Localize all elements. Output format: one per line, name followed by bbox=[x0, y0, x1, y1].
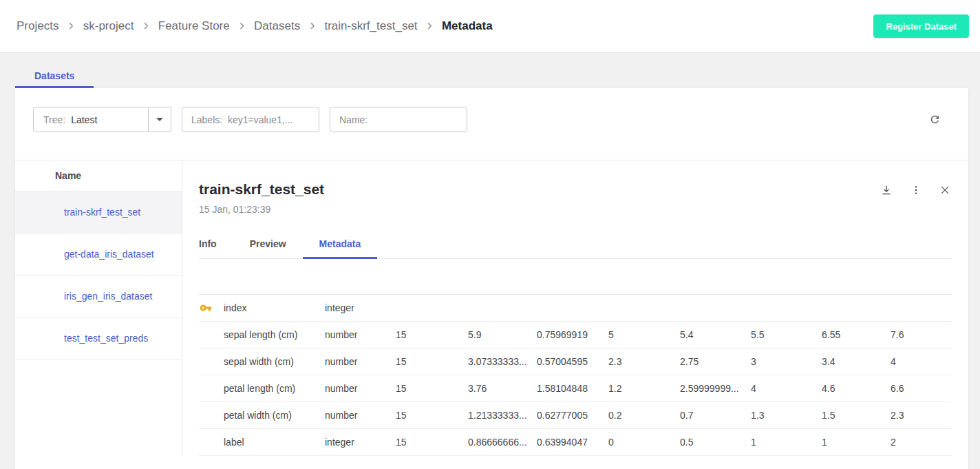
cell-p25: 0.7 bbox=[680, 410, 751, 421]
metadata-table: index integer bbox=[199, 259, 952, 456]
dataset-detail-panel: train-skrf_test_set 15 Jan, 01:23:39 bbox=[182, 160, 968, 456]
dataset-timestamp: 15 Jan, 01:23:39 bbox=[199, 204, 952, 215]
tab-datasets[interactable]: Datasets bbox=[15, 65, 94, 88]
cell-count: 15 bbox=[396, 356, 468, 367]
cell-p50: 5.5 bbox=[751, 329, 822, 340]
register-dataset-button[interactable]: Register Dataset bbox=[873, 14, 969, 38]
tab-preview[interactable]: Preview bbox=[233, 229, 303, 258]
breadcrumb-item-feature-store[interactable]: Feature Store bbox=[158, 19, 230, 33]
cell-p50: 3 bbox=[751, 356, 822, 367]
cell-std: 0.62777005 bbox=[537, 410, 608, 421]
key-icon-cell bbox=[199, 355, 224, 368]
more-options-icon[interactable] bbox=[909, 183, 923, 197]
cell-type: number bbox=[325, 356, 396, 367]
breadcrumb-item-metadata: Metadata bbox=[442, 19, 493, 33]
cell-std: 0.75969919 bbox=[537, 329, 608, 340]
detail-actions bbox=[879, 181, 952, 198]
key-icon-cell bbox=[199, 382, 224, 395]
cell-type: integer bbox=[325, 302, 396, 313]
cell-p75: 4.6 bbox=[822, 383, 891, 394]
key-icon-cell bbox=[199, 436, 224, 448]
cell-type: integer bbox=[325, 437, 396, 448]
tab-metadata[interactable]: Metadata bbox=[303, 229, 378, 258]
cell-name: petal width (cm) bbox=[224, 410, 325, 421]
cell-max: 6.6 bbox=[891, 383, 952, 394]
breadcrumb: Projects › sk-project › Feature Store › … bbox=[17, 19, 493, 33]
cell-count: 15 bbox=[396, 329, 468, 340]
refresh-icon[interactable] bbox=[925, 110, 945, 129]
datasets-body: Name train-skrf_test_set get-data_iris_d… bbox=[15, 160, 968, 456]
metadata-table-row: sepal width (cm) number 15 3.07333333...… bbox=[199, 348, 952, 375]
cell-max: 2 bbox=[891, 437, 952, 448]
cell-min: 5 bbox=[608, 329, 680, 340]
dataset-list-item[interactable]: iris_gen_iris_dataset bbox=[15, 275, 182, 317]
metadata-table-header bbox=[199, 259, 952, 295]
metadata-table-row: sepal length (cm) number 15 5.9 0.759699… bbox=[199, 322, 952, 348]
cell-type: number bbox=[325, 329, 396, 340]
cell-mean: 1.21333333... bbox=[468, 410, 537, 421]
cell-p25: 0.5 bbox=[680, 437, 751, 448]
cell-p25: 5.4 bbox=[680, 329, 751, 340]
labels-filter-input[interactable] bbox=[182, 107, 319, 132]
key-icon-cell bbox=[199, 329, 224, 341]
top-bar: Projects › sk-project › Feature Store › … bbox=[0, 0, 980, 53]
name-filter-input[interactable] bbox=[330, 107, 467, 132]
chevron-right-icon: › bbox=[143, 18, 148, 33]
cell-p75: 3.4 bbox=[822, 356, 891, 367]
cell-max: 4 bbox=[891, 356, 952, 367]
tree-select[interactable]: Tree: Latest bbox=[33, 107, 149, 132]
cell-max: 2.3 bbox=[891, 410, 952, 421]
key-icon bbox=[200, 302, 212, 314]
chevron-right-icon: › bbox=[310, 18, 315, 33]
tree-select-label: Tree: bbox=[43, 114, 65, 125]
cell-type: number bbox=[325, 410, 396, 421]
dataset-list-item[interactable]: test_test_set_preds bbox=[15, 317, 182, 359]
main-tab-bar: Datasets bbox=[15, 65, 968, 88]
metadata-table-row: petal width (cm) number 15 1.21333333...… bbox=[199, 402, 952, 429]
cell-p25: 2.59999999... bbox=[680, 383, 751, 394]
cell-p75: 1.5 bbox=[822, 410, 891, 421]
cell-min: 0 bbox=[608, 437, 680, 448]
dataset-link[interactable]: get-data_iris_dataset bbox=[64, 249, 160, 260]
dataset-title: train-skrf_test_set bbox=[199, 181, 324, 198]
cell-p25: 2.75 bbox=[680, 356, 751, 367]
cell-p50: 4 bbox=[751, 383, 822, 394]
cell-std: 1.58104848 bbox=[537, 383, 608, 394]
detail-header: train-skrf_test_set bbox=[199, 181, 952, 198]
chevron-right-icon: › bbox=[239, 18, 244, 33]
tab-info[interactable]: Info bbox=[199, 229, 233, 258]
key-icon-cell bbox=[199, 409, 224, 421]
breadcrumb-item-train-skrf-test-set[interactable]: train-skrf_test_set bbox=[324, 19, 417, 33]
datasets-card: Tree: Latest Name train-skrf_test_set bbox=[15, 88, 968, 469]
chevron-right-icon: › bbox=[68, 18, 73, 33]
cell-name: sepal length (cm) bbox=[224, 329, 325, 340]
cell-name: label bbox=[224, 437, 325, 448]
breadcrumb-item-sk-project[interactable]: sk-project bbox=[83, 19, 134, 33]
breadcrumb-item-projects[interactable]: Projects bbox=[17, 19, 58, 33]
dataset-link[interactable]: iris_gen_iris_dataset bbox=[64, 291, 158, 302]
breadcrumb-item-datasets[interactable]: Datasets bbox=[254, 19, 300, 33]
cell-count: 15 bbox=[396, 383, 468, 394]
cell-std: 0.57004595 bbox=[537, 356, 608, 367]
cell-min: 1.2 bbox=[608, 383, 680, 394]
cell-min: 0.2 bbox=[608, 410, 680, 421]
cell-mean: 3.76 bbox=[468, 383, 537, 394]
dataset-list-item[interactable]: get-data_iris_dataset bbox=[15, 233, 182, 275]
chevron-right-icon: › bbox=[427, 18, 432, 33]
cell-name: sepal width (cm) bbox=[224, 356, 325, 367]
cell-count: 15 bbox=[396, 410, 468, 421]
dataset-list-item[interactable]: train-skrf_test_set bbox=[15, 191, 182, 233]
tree-select-arrow-button[interactable] bbox=[149, 107, 171, 132]
close-icon[interactable] bbox=[938, 183, 952, 197]
chevron-down-icon bbox=[156, 118, 163, 121]
cell-p75: 1 bbox=[822, 437, 891, 448]
download-icon[interactable] bbox=[879, 183, 894, 198]
cell-p50: 1 bbox=[751, 437, 822, 448]
cell-std: 0.63994047 bbox=[537, 437, 608, 448]
cell-mean: 0.86666666... bbox=[468, 437, 537, 448]
page-content: Datasets Tree: Latest Name tr bbox=[0, 65, 980, 469]
dataset-link[interactable]: train-skrf_test_set bbox=[64, 207, 146, 218]
dataset-link[interactable]: test_test_set_preds bbox=[64, 333, 153, 344]
metadata-table-row: label integer 15 0.86666666... 0.6399404… bbox=[199, 429, 952, 456]
cell-p75: 6.55 bbox=[822, 329, 891, 340]
